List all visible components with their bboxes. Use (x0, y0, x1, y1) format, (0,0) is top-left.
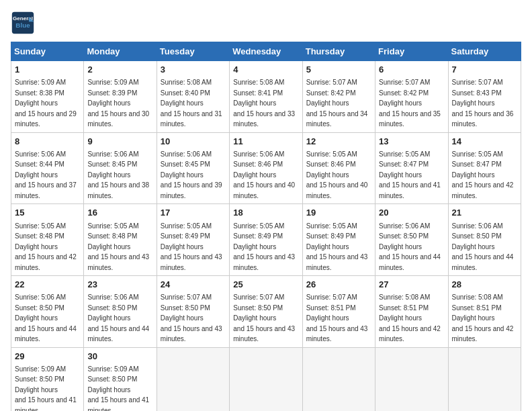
calendar-header-row: SundayMondayTuesdayWednesdayThursdayFrid… (11, 42, 521, 61)
day-number: 3 (161, 64, 226, 76)
header-day-sunday: Sunday (11, 42, 84, 61)
calendar-cell: 12Sunrise: 5:05 AMSunset: 8:46 PMDayligh… (302, 132, 375, 204)
day-number: 1 (15, 64, 80, 76)
day-number: 14 (452, 136, 517, 148)
day-number: 2 (87, 64, 152, 76)
day-number: 12 (306, 136, 371, 148)
day-number: 18 (233, 207, 298, 219)
calendar-cell: 8Sunrise: 5:06 AMSunset: 8:44 PMDaylight… (11, 132, 84, 204)
logo: General Blue (11, 11, 38, 35)
header-day-tuesday: Tuesday (157, 42, 229, 61)
day-info: Sunrise: 5:05 AMSunset: 8:48 PMDaylight … (15, 222, 77, 271)
day-info: Sunrise: 5:09 AMSunset: 8:50 PMDaylight … (87, 365, 149, 411)
logo-icon: General Blue (11, 11, 35, 35)
day-number: 7 (452, 64, 517, 76)
calendar-week-2: 8Sunrise: 5:06 AMSunset: 8:44 PMDaylight… (11, 132, 521, 204)
day-info: Sunrise: 5:08 AMSunset: 8:41 PMDaylight … (233, 79, 295, 128)
day-info: Sunrise: 5:07 AMSunset: 8:50 PMDaylight … (233, 293, 295, 342)
calendar-cell: 18Sunrise: 5:05 AMSunset: 8:49 PMDayligh… (230, 204, 302, 276)
day-info: Sunrise: 5:07 AMSunset: 8:42 PMDaylight … (379, 79, 441, 128)
day-info: Sunrise: 5:06 AMSunset: 8:45 PMDaylight … (87, 150, 149, 199)
calendar-week-3: 15Sunrise: 5:05 AMSunset: 8:48 PMDayligh… (11, 204, 521, 276)
day-number: 29 (15, 351, 80, 363)
calendar-cell: 23Sunrise: 5:06 AMSunset: 8:50 PMDayligh… (84, 276, 157, 348)
calendar-cell: 5Sunrise: 5:07 AMSunset: 8:42 PMDaylight… (302, 61, 375, 133)
day-info: Sunrise: 5:08 AMSunset: 8:51 PMDaylight … (452, 293, 514, 342)
calendar-table: SundayMondayTuesdayWednesdayThursdayFrid… (11, 42, 521, 411)
day-number: 11 (233, 136, 298, 148)
calendar-cell (302, 347, 375, 411)
calendar-cell: 19Sunrise: 5:05 AMSunset: 8:49 PMDayligh… (302, 204, 375, 276)
day-number: 8 (15, 136, 80, 148)
day-number: 27 (379, 279, 444, 291)
calendar-cell: 27Sunrise: 5:08 AMSunset: 8:51 PMDayligh… (375, 276, 448, 348)
day-info: Sunrise: 5:08 AMSunset: 8:40 PMDaylight … (161, 79, 222, 128)
calendar-cell: 15Sunrise: 5:05 AMSunset: 8:48 PMDayligh… (11, 204, 84, 276)
day-info: Sunrise: 5:05 AMSunset: 8:49 PMDaylight … (161, 222, 222, 271)
header-day-thursday: Thursday (302, 42, 375, 61)
calendar-cell: 21Sunrise: 5:06 AMSunset: 8:50 PMDayligh… (448, 204, 521, 276)
header-day-monday: Monday (84, 42, 157, 61)
calendar-week-4: 22Sunrise: 5:06 AMSunset: 8:50 PMDayligh… (11, 276, 521, 348)
calendar-cell: 30Sunrise: 5:09 AMSunset: 8:50 PMDayligh… (84, 347, 157, 411)
calendar-cell: 28Sunrise: 5:08 AMSunset: 8:51 PMDayligh… (448, 276, 521, 348)
day-info: Sunrise: 5:06 AMSunset: 8:50 PMDaylight … (452, 222, 514, 271)
calendar-cell: 14Sunrise: 5:05 AMSunset: 8:47 PMDayligh… (448, 132, 521, 204)
calendar-cell (230, 347, 302, 411)
day-number: 10 (161, 136, 226, 148)
day-info: Sunrise: 5:06 AMSunset: 8:50 PMDaylight … (379, 222, 441, 271)
day-number: 5 (306, 64, 371, 76)
day-number: 22 (15, 279, 80, 291)
calendar-cell: 2Sunrise: 5:09 AMSunset: 8:39 PMDaylight… (84, 61, 157, 133)
day-number: 17 (161, 207, 226, 219)
day-info: Sunrise: 5:06 AMSunset: 8:50 PMDaylight … (87, 293, 149, 342)
calendar-cell: 25Sunrise: 5:07 AMSunset: 8:50 PMDayligh… (230, 276, 302, 348)
day-info: Sunrise: 5:07 AMSunset: 8:50 PMDaylight … (161, 293, 222, 342)
day-info: Sunrise: 5:05 AMSunset: 8:47 PMDaylight … (379, 150, 441, 199)
day-info: Sunrise: 5:08 AMSunset: 8:51 PMDaylight … (379, 293, 441, 342)
calendar-cell: 4Sunrise: 5:08 AMSunset: 8:41 PMDaylight… (230, 61, 302, 133)
header-day-wednesday: Wednesday (230, 42, 302, 61)
day-info: Sunrise: 5:05 AMSunset: 8:49 PMDaylight … (306, 222, 368, 271)
day-info: Sunrise: 5:07 AMSunset: 8:43 PMDaylight … (452, 79, 514, 128)
day-info: Sunrise: 5:06 AMSunset: 8:50 PMDaylight … (15, 293, 77, 342)
calendar-week-1: 1Sunrise: 5:09 AMSunset: 8:38 PMDaylight… (11, 61, 521, 133)
calendar-cell: 16Sunrise: 5:05 AMSunset: 8:48 PMDayligh… (84, 204, 157, 276)
day-number: 16 (87, 207, 152, 219)
calendar-cell: 11Sunrise: 5:06 AMSunset: 8:46 PMDayligh… (230, 132, 302, 204)
header-day-friday: Friday (375, 42, 448, 61)
calendar-cell: 24Sunrise: 5:07 AMSunset: 8:50 PMDayligh… (157, 276, 229, 348)
day-number: 23 (87, 279, 152, 291)
day-info: Sunrise: 5:05 AMSunset: 8:49 PMDaylight … (233, 222, 295, 271)
day-number: 13 (379, 136, 444, 148)
calendar-cell: 20Sunrise: 5:06 AMSunset: 8:50 PMDayligh… (375, 204, 448, 276)
day-number: 28 (452, 279, 517, 291)
calendar-cell: 29Sunrise: 5:09 AMSunset: 8:50 PMDayligh… (11, 347, 84, 411)
svg-text:Blue: Blue (15, 21, 30, 29)
day-info: Sunrise: 5:05 AMSunset: 8:47 PMDaylight … (452, 150, 514, 199)
day-info: Sunrise: 5:09 AMSunset: 8:39 PMDaylight … (87, 79, 149, 128)
day-number: 20 (379, 207, 444, 219)
day-info: Sunrise: 5:07 AMSunset: 8:42 PMDaylight … (306, 79, 368, 128)
day-number: 19 (306, 207, 371, 219)
calendar-cell (448, 347, 521, 411)
calendar-cell: 22Sunrise: 5:06 AMSunset: 8:50 PMDayligh… (11, 276, 84, 348)
calendar-cell: 26Sunrise: 5:07 AMSunset: 8:51 PMDayligh… (302, 276, 375, 348)
calendar-cell: 1Sunrise: 5:09 AMSunset: 8:38 PMDaylight… (11, 61, 84, 133)
calendar-cell (157, 347, 229, 411)
calendar-cell: 7Sunrise: 5:07 AMSunset: 8:43 PMDaylight… (448, 61, 521, 133)
calendar-cell: 13Sunrise: 5:05 AMSunset: 8:47 PMDayligh… (375, 132, 448, 204)
day-info: Sunrise: 5:09 AMSunset: 8:38 PMDaylight … (15, 79, 77, 128)
day-number: 4 (233, 64, 298, 76)
day-info: Sunrise: 5:06 AMSunset: 8:45 PMDaylight … (161, 150, 222, 199)
day-info: Sunrise: 5:06 AMSunset: 8:46 PMDaylight … (233, 150, 295, 199)
day-number: 15 (15, 207, 80, 219)
header: General Blue (11, 11, 521, 35)
day-info: Sunrise: 5:06 AMSunset: 8:44 PMDaylight … (15, 150, 77, 199)
header-day-saturday: Saturday (448, 42, 521, 61)
day-number: 6 (379, 64, 444, 76)
day-number: 9 (87, 136, 152, 148)
day-number: 21 (452, 207, 517, 219)
day-info: Sunrise: 5:05 AMSunset: 8:48 PMDaylight … (87, 222, 149, 271)
day-info: Sunrise: 5:09 AMSunset: 8:50 PMDaylight … (15, 365, 77, 411)
